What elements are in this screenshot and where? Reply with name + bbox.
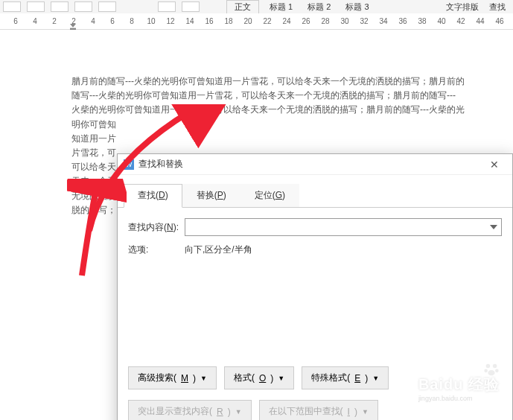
- input-dropdown-icon[interactable]: [487, 220, 500, 235]
- chevron-down-icon: ▼: [200, 375, 207, 382]
- ruler-tick: 14: [180, 17, 200, 25]
- find-content-input[interactable]: [185, 218, 502, 236]
- ruler-tick: 42: [451, 17, 471, 25]
- dialog-body: 查找内容(N): 选项: 向下,区分全/半角: [118, 208, 512, 356]
- paw-icon: [483, 361, 500, 378]
- style-h1[interactable]: 标题 1: [265, 1, 297, 13]
- find-menu[interactable]: 查找: [485, 1, 510, 13]
- style-normal[interactable]: 正文: [226, 0, 259, 14]
- special-format-button[interactable]: 特殊格式(E)▼: [302, 366, 389, 389]
- ruler-tick: 40: [432, 17, 451, 25]
- tab-find[interactable]: 查找(D): [124, 184, 182, 208]
- chevron-down-icon: ▼: [372, 375, 379, 382]
- ruler-tick: 38: [412, 17, 432, 25]
- toolbar: 正文 标题 1 标题 2 标题 3 文字排版 查找: [0, 0, 513, 13]
- dialog-title: 查找和替换: [138, 158, 482, 171]
- advanced-search-button[interactable]: 高级搜索(M)▼: [128, 366, 217, 389]
- ruler-tick: 6: [6, 17, 25, 25]
- style-h3[interactable]: 标题 3: [341, 1, 373, 13]
- options-label: 选项:: [128, 244, 185, 256]
- svg-point-5: [488, 370, 494, 375]
- watermark-main: Baidu 经验: [418, 375, 500, 395]
- dialog-titlebar[interactable]: W 查找和替换 ✕: [118, 154, 512, 175]
- find-in-range-button[interactable]: 在以下范围中查找(I)▼: [259, 400, 378, 420]
- ruler-tick: 20: [238, 17, 258, 25]
- format-button[interactable]: 格式(O)▼: [224, 366, 294, 389]
- text-layout-menu[interactable]: 文字排版: [442, 1, 483, 13]
- ruler-tick: 24: [277, 17, 296, 25]
- toolbar-indent-icon[interactable]: [51, 1, 68, 12]
- ruler-tick: 18: [219, 17, 238, 25]
- doc-line: 火柴的光明你可曾知道用一片雪花，可以给冬天来一个无境的洒脱的描写；腊月前的随写-…: [6, 103, 507, 117]
- svg-point-1: [486, 364, 491, 369]
- options-value: 向下,区分全/半角: [185, 244, 252, 256]
- tab-goto[interactable]: 定位(G): [240, 184, 299, 207]
- chevron-down-icon: ▼: [235, 408, 242, 416]
- doc-line: 随写---火柴的光明你可曾知道用一片雪花，可以给冬天来一个无境的洒脱的描写；腊月…: [6, 89, 507, 103]
- ruler-tick: 26: [296, 17, 316, 25]
- ruler-tick: 28: [316, 17, 335, 25]
- ruler: 6 4 2 2 4 6 8 10 12 14 16 18 20 22 24 26…: [0, 13, 513, 30]
- toolbar-align-icon[interactable]: [27, 1, 45, 12]
- doc-line: 知道用一片: [6, 132, 207, 146]
- ruler-tick: 36: [393, 17, 412, 25]
- ruler-tick: 22: [258, 17, 277, 25]
- toolbar-bullets-icon[interactable]: [98, 1, 116, 12]
- ruler-tick: 4: [25, 17, 45, 25]
- watermark: Baidu 经验 jingyan.baidu.com: [418, 375, 500, 402]
- ruler-tick: 46: [490, 17, 509, 25]
- doc-line: 腊月前的随写---火柴的光明你可曾知道用一片雪花，可以给冬天来一个无境的洒脱的描…: [6, 74, 507, 89]
- tab-replace[interactable]: 替换(P): [182, 184, 240, 207]
- svg-point-4: [495, 369, 499, 373]
- dialog-footer-buttons-2: 突出显示查找内容(R)▼ 在以下范围中查找(I)▼: [118, 400, 512, 420]
- ruler-tick: 10: [141, 17, 161, 25]
- ruler-tick: 4: [83, 17, 103, 25]
- ruler-tick: 30: [335, 17, 354, 25]
- ruler-tick: 6: [103, 17, 122, 25]
- ruler-tick: 34: [374, 17, 393, 25]
- find-content-label: 查找内容(N):: [128, 221, 185, 234]
- style-h2[interactable]: 标题 2: [303, 1, 335, 13]
- watermark-sub: jingyan.baidu.com: [418, 395, 500, 402]
- ruler-tick: 12: [161, 17, 180, 25]
- ruler-tick: 32: [354, 17, 374, 25]
- toolbar-fill-icon[interactable]: [158, 1, 176, 12]
- svg-point-2: [493, 364, 497, 369]
- toolbar-border-icon[interactable]: [182, 1, 200, 12]
- ruler-tick: 2: [45, 17, 64, 25]
- app-logo-icon: W: [124, 159, 134, 170]
- ruler-tick: 8: [122, 17, 141, 25]
- dialog-tabs: 查找(D) 替换(P) 定位(G): [118, 178, 512, 208]
- ruler-tick: 16: [200, 17, 219, 25]
- close-icon[interactable]: ✕: [482, 156, 506, 174]
- chevron-down-icon: ▼: [362, 408, 369, 416]
- toolbar-spacing-icon[interactable]: [74, 1, 92, 12]
- toolbar-list-icon[interactable]: [3, 1, 21, 12]
- highlight-button[interactable]: 突出显示查找内容(R)▼: [128, 400, 252, 420]
- svg-point-3: [484, 369, 488, 373]
- chevron-down-icon: ▼: [278, 375, 284, 382]
- ruler-tick: 44: [471, 17, 490, 25]
- indent-marker-icon[interactable]: [70, 24, 76, 30]
- doc-line: 明你可曾知: [6, 118, 207, 132]
